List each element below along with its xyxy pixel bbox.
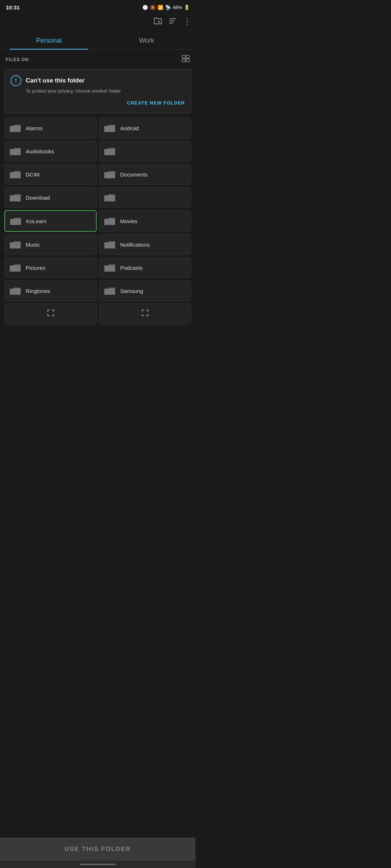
warning-subtitle: To protect your privacy, choose another …: [26, 88, 185, 94]
folder-icon-audiobooks: [9, 146, 21, 156]
folder-icon-movies: [104, 216, 116, 226]
folder-item-dcim[interactable]: DCIM: [4, 164, 97, 185]
folder-name-pictures: Pictures: [26, 265, 45, 271]
expand-right-icon: [141, 309, 149, 319]
folder-item-download[interactable]: Download: [4, 187, 97, 208]
create-new-folder-button[interactable]: CREATE NEW FOLDER: [10, 99, 185, 107]
svg-rect-5: [182, 55, 185, 58]
folder-name-notifications: Notifications: [120, 242, 150, 248]
folder-name-audiobooks: Audiobooks: [26, 148, 54, 154]
tab-bar: Personal Work: [0, 30, 196, 50]
folder-icon-kolearn: [9, 216, 22, 226]
list-view-icon[interactable]: [182, 55, 190, 64]
folder-item-podcasts[interactable]: Podcasts: [99, 257, 191, 278]
folder-icon-dcim: [9, 169, 21, 179]
folder-icon-music: [9, 239, 21, 250]
folder-icon-documents: [104, 169, 116, 179]
folder-name-android: Android: [120, 125, 139, 131]
wifi-icon: 📶: [157, 5, 163, 10]
more-icon[interactable]: ⋮: [183, 17, 191, 26]
folder-item-empty2[interactable]: [99, 187, 191, 208]
folder-name-documents: Documents: [120, 171, 148, 178]
status-icons: 🕐 🔕 📶 📡 48% 🔋: [142, 5, 190, 10]
alarm-icon: 🕐: [142, 5, 148, 10]
folder-icon-alarms: [9, 123, 21, 133]
svg-rect-8: [186, 59, 189, 62]
warning-icon: !: [10, 75, 21, 86]
folder-name-samsung: Samsung: [120, 288, 143, 294]
folder-name-ringtones: Ringtones: [26, 288, 50, 294]
folder-icon-empty1: [104, 146, 116, 156]
folder-item-alarms[interactable]: Alarms: [4, 118, 97, 139]
warning-header: ! Can't use this folder: [10, 75, 185, 86]
folder-grid: Alarms Android Audiobooks DCIM Documents…: [0, 118, 196, 301]
expand-right[interactable]: [99, 303, 191, 324]
expand-row: [0, 301, 196, 324]
folder-item-samsung[interactable]: Samsung: [99, 280, 191, 301]
warning-title: Can't use this folder: [26, 77, 85, 84]
folder-item-kolearn[interactable]: KoLearn: [4, 210, 97, 232]
folder-icon-ringtones: [9, 286, 21, 296]
folder-item-music[interactable]: Music: [4, 234, 97, 255]
expand-left-icon: [47, 309, 55, 319]
folder-name-download: Download: [26, 195, 50, 201]
folder-item-ringtones[interactable]: Ringtones: [4, 280, 97, 301]
status-bar: 10:31 🕐 🔕 📶 📡 48% 🔋: [0, 0, 196, 13]
folder-item-empty1[interactable]: [99, 141, 191, 162]
svg-rect-7: [182, 59, 185, 62]
tab-work[interactable]: Work: [98, 30, 196, 50]
folder-item-notifications[interactable]: Notifications: [99, 234, 191, 255]
sort-icon[interactable]: [169, 17, 177, 26]
new-folder-icon[interactable]: [154, 17, 162, 27]
folder-name-music: Music: [26, 242, 40, 248]
folder-name-kolearn: KoLearn: [26, 218, 47, 224]
status-time: 10:31: [6, 4, 20, 10]
section-header: FILES ON: [0, 50, 196, 68]
folder-name-movies: Movies: [120, 218, 138, 224]
folder-name-dcim: DCIM: [26, 171, 39, 178]
folder-item-documents[interactable]: Documents: [99, 164, 191, 185]
expand-left[interactable]: [4, 303, 97, 324]
folder-item-pictures[interactable]: Pictures: [4, 257, 97, 278]
battery-icon: 🔋: [184, 5, 190, 10]
toolbar: ⋮: [0, 13, 196, 30]
warning-banner: ! Can't use this folder To protect your …: [4, 69, 191, 113]
folder-icon-empty2: [104, 192, 116, 203]
folder-item-movies[interactable]: Movies: [99, 210, 191, 232]
signal-icon: 📡: [165, 5, 171, 10]
folder-icon-android: [104, 123, 116, 133]
folder-name-podcasts: Podcasts: [120, 265, 143, 271]
folder-item-android[interactable]: Android: [99, 118, 191, 139]
folder-name-alarms: Alarms: [26, 125, 43, 131]
section-title: FILES ON: [6, 57, 29, 62]
folder-item-audiobooks[interactable]: Audiobooks: [4, 141, 97, 162]
folder-icon-podcasts: [104, 263, 116, 273]
folder-icon-notifications: [104, 239, 116, 250]
folder-icon-pictures: [9, 263, 21, 273]
svg-rect-6: [186, 55, 189, 58]
battery-text: 48%: [173, 5, 182, 10]
mute-icon: 🔕: [150, 5, 156, 10]
folder-icon-download: [9, 192, 21, 203]
folder-icon-samsung: [104, 286, 116, 296]
tab-personal[interactable]: Personal: [0, 30, 98, 50]
